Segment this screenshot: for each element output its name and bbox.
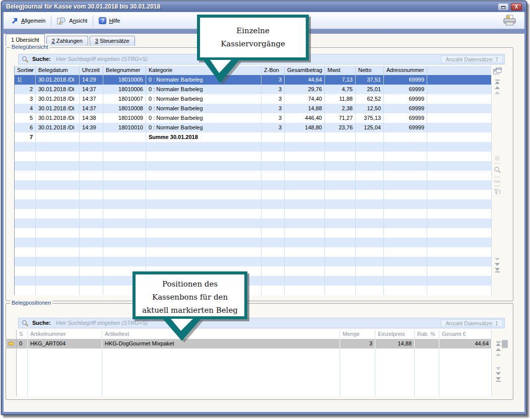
empty-row[interactable] <box>15 152 491 161</box>
empty-row[interactable] <box>17 387 491 396</box>
scroll-up-button[interactable] <box>492 86 503 89</box>
cell <box>28 387 102 396</box>
cell <box>36 257 80 266</box>
table-row[interactable]: 7Summe 30.01.2018 <box>15 132 491 142</box>
cell: 30.01.2018 /Di <box>36 104 80 113</box>
page-up-button[interactable] <box>492 91 503 94</box>
scrollbar-thumb[interactable] <box>502 340 508 348</box>
empty-row[interactable] <box>15 257 491 266</box>
empty-row[interactable] <box>15 209 491 219</box>
cell <box>356 238 384 247</box>
page-down-button[interactable] <box>492 258 503 261</box>
column-header[interactable]: Uhrzeit <box>80 66 103 75</box>
table-row[interactable]: 430.01.2018 /Di14:37180100080 : Normaler… <box>15 104 491 113</box>
column-header[interactable]: Menge <box>340 330 375 339</box>
empty-row[interactable] <box>15 190 491 199</box>
title-bar[interactable]: Belegjournal für Kasse vom 30.01.2018 bi… <box>2 2 526 12</box>
empty-row[interactable] <box>15 199 491 209</box>
empty-row[interactable] <box>17 377 491 387</box>
empty-row[interactable] <box>17 358 491 368</box>
cell <box>15 238 36 247</box>
cell <box>36 190 80 199</box>
column-header[interactable]: Artikelnummer <box>28 330 102 339</box>
column-header[interactable]: Netto <box>356 66 384 75</box>
cell <box>285 152 325 161</box>
xml-export-icon[interactable]: XML <box>492 180 503 183</box>
scroll-to-top-button[interactable] <box>492 80 503 84</box>
tab-steuersaetze[interactable]: 3 Steuersätze <box>90 36 135 46</box>
scroll-to-bottom-button[interactable] <box>492 268 503 272</box>
table-row[interactable]: 230.01.2018 /Di14:37180100060 : Normaler… <box>15 85 491 94</box>
empty-row[interactable] <box>15 142 491 152</box>
empty-row[interactable] <box>15 266 491 276</box>
cell <box>146 161 261 171</box>
empty-row[interactable] <box>17 348 491 358</box>
column-header[interactable]: Belegnummer <box>103 66 146 75</box>
positions-search-input[interactable]: Suche: Hier Suchbegriff eingeben (STRG+S… <box>18 318 505 328</box>
page-up-button[interactable] <box>493 353 504 356</box>
cell <box>80 152 103 161</box>
close-button[interactable]: X <box>511 3 522 11</box>
empty-row[interactable] <box>15 286 491 295</box>
toolbar-separator <box>93 16 93 26</box>
empty-row[interactable] <box>15 171 491 180</box>
cell: 30.01.2018 /Di <box>36 113 80 123</box>
cell <box>80 199 103 209</box>
ansicht-button[interactable]: Ansicht <box>53 15 91 26</box>
empty-row[interactable] <box>15 219 491 228</box>
table-row[interactable]: 630.01.2018 /Di14:39180100100 : Normaler… <box>15 123 491 132</box>
cell <box>356 228 384 238</box>
empty-row[interactable] <box>15 247 491 257</box>
empty-row[interactable] <box>15 276 491 286</box>
fit-columns-icon[interactable]: (|) <box>492 156 503 161</box>
group-label: Belegübersicht <box>10 44 50 50</box>
column-header[interactable]: Adressnummer <box>384 66 427 75</box>
column-header[interactable]: Artikeltext <box>102 330 340 339</box>
column-header[interactable]: Z-Bon <box>261 66 285 75</box>
cell: 69999 <box>384 123 427 132</box>
cell <box>384 209 427 219</box>
filter-icon[interactable] <box>494 189 501 195</box>
cell <box>325 257 356 266</box>
column-header[interactable]: Gesamtbetrag <box>285 66 325 75</box>
cell: 7,13 <box>325 75 356 85</box>
column-header[interactable]: Gesamt € <box>439 330 492 339</box>
table-row[interactable]: 0HKG_ART004HKG-DogGourmet Mixpaket314,88… <box>17 339 491 348</box>
overview-table-header: SortierBelegdatumUhrzeitBelegnummerKateg… <box>14 66 491 75</box>
allgemein-button[interactable]: Allgemein <box>8 16 49 26</box>
empty-row[interactable] <box>17 368 491 377</box>
empty-row[interactable] <box>15 180 491 190</box>
cell: 3 <box>261 75 285 85</box>
empty-row[interactable] <box>15 228 491 238</box>
scroll-down-button[interactable] <box>492 263 503 266</box>
column-header[interactable]: S <box>17 330 28 339</box>
column-header[interactable]: Belegdatum <box>36 66 80 75</box>
scroll-up-button[interactable] <box>493 348 504 351</box>
cell <box>356 209 384 219</box>
cell <box>325 228 356 238</box>
cell <box>285 199 325 209</box>
restore-button[interactable] <box>498 3 509 11</box>
tab-zahlungen[interactable]: 2 Zahlungen <box>46 36 88 46</box>
cell <box>261 238 285 247</box>
cell: 375,13 <box>356 113 384 123</box>
empty-row[interactable] <box>15 238 491 247</box>
scroll-to-bottom-button[interactable] <box>493 377 504 382</box>
column-header[interactable]: Sortier <box>15 66 36 75</box>
hilfe-button[interactable]: ? Hilfe <box>95 16 123 26</box>
print-button[interactable] <box>502 15 517 27</box>
page-down-button[interactable] <box>493 367 504 370</box>
scroll-down-button[interactable] <box>493 372 504 375</box>
column-header[interactable]: Einzelpreis <box>375 330 415 339</box>
positions-table-body: 0HKG_ART004HKG-DogGourmet Mixpaket314,88… <box>16 339 491 396</box>
cell <box>340 387 375 396</box>
cell <box>325 238 356 247</box>
zoom-icon[interactable] <box>494 166 501 173</box>
column-header[interactable]: Mwst <box>325 66 356 75</box>
empty-row[interactable] <box>15 161 491 171</box>
column-header[interactable]: Rab. % <box>415 330 439 339</box>
column-chooser-icon[interactable] <box>493 67 502 75</box>
table-row[interactable]: 530.01.2018 /Di14:38180100090 : Normaler… <box>15 113 491 123</box>
table-row[interactable]: 330.01.2018 /Di14:37180100070 : Normaler… <box>15 94 491 104</box>
table-row[interactable]: 130.01.2018 /Di14:29180100050 : Normaler… <box>15 75 491 85</box>
